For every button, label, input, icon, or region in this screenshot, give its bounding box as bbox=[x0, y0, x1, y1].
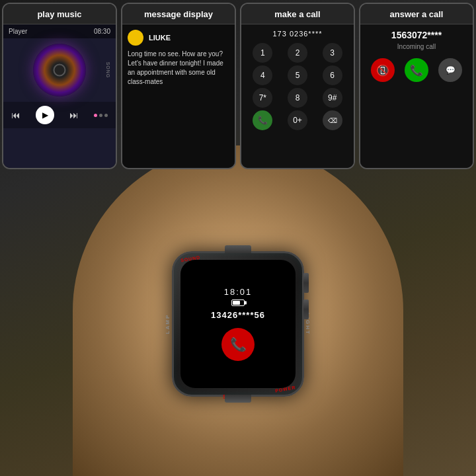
watch-deco-bottom bbox=[225, 395, 251, 403]
music-controls: ⏮ ▶ ⏭ bbox=[3, 102, 116, 128]
answer-call-title: answer a call bbox=[390, 9, 444, 19]
music-disc-area: SONG bbox=[3, 38, 116, 102]
message-panel: message display LIUKE Long time no see. … bbox=[121, 3, 236, 169]
answer-call-panel: answer a call 1563072**** Incoming call … bbox=[359, 3, 474, 169]
dial-3[interactable]: 3 bbox=[323, 43, 342, 63]
dial-8[interactable]: 8 bbox=[288, 88, 307, 108]
make-call-header: make a call bbox=[241, 4, 354, 24]
dial-7[interactable]: 7* bbox=[253, 88, 272, 108]
incoming-label: Incoming call bbox=[366, 43, 467, 50]
dial-5[interactable]: 5 bbox=[288, 65, 307, 85]
watch-deco-top bbox=[225, 245, 251, 253]
dial-call[interactable]: 📞 bbox=[253, 110, 272, 130]
accept-button[interactable]: 📞 bbox=[405, 58, 428, 82]
player-label: Player bbox=[9, 28, 27, 35]
dial-2[interactable]: 2 bbox=[288, 43, 307, 63]
music-dots bbox=[94, 114, 108, 117]
call-number-display: 173 0236**** bbox=[247, 30, 348, 38]
dial-0[interactable]: 0+ bbox=[288, 110, 307, 130]
dialpad: 1 2 3 4 5 6 7* 8 9# 📞 0+ ⌫ bbox=[247, 43, 348, 130]
incoming-number: 1563072**** bbox=[366, 30, 467, 40]
sender-avatar bbox=[128, 30, 143, 46]
watch-time: 18:01 bbox=[224, 287, 253, 297]
message-title: message display bbox=[144, 9, 213, 19]
watch-battery-fill bbox=[233, 301, 240, 305]
song-label: SONG bbox=[106, 62, 110, 79]
play-music-title: play music bbox=[37, 9, 81, 19]
play-music-panel: play music Player 08:30 SONG ⏮ ▶ ⏭ bbox=[2, 3, 117, 169]
message-button[interactable]: 💬 bbox=[438, 58, 462, 82]
answer-call-content: 1563072**** Incoming call 📵 📞 💬 bbox=[360, 24, 473, 168]
next-button[interactable]: ⏭ bbox=[69, 110, 79, 120]
side-button-bottom[interactable] bbox=[303, 299, 309, 319]
call-action-buttons: 📵 📞 💬 bbox=[366, 58, 467, 82]
dot-3 bbox=[104, 114, 108, 117]
message-body: Long time no see. How are you? Let's hav… bbox=[128, 50, 229, 87]
watch-battery bbox=[231, 299, 245, 306]
message-sender: LIUKE bbox=[128, 30, 229, 46]
music-player-top: Player 08:30 bbox=[3, 24, 116, 38]
make-call-panel: make a call 173 0236**** 1 2 3 4 5 6 7* … bbox=[240, 3, 355, 169]
dial-4[interactable]: 4 bbox=[253, 65, 272, 85]
message-header: message display bbox=[122, 4, 235, 24]
prev-button[interactable]: ⏮ bbox=[11, 110, 20, 120]
watch-call-button[interactable]: 📞 bbox=[221, 328, 255, 361]
watch-call-icon: 📞 bbox=[230, 337, 247, 352]
play-music-content: Player 08:30 SONG ⏮ ▶ ⏭ bbox=[3, 24, 116, 168]
watch-phone-number: 13426****56 bbox=[211, 310, 265, 320]
decline-button[interactable]: 📵 bbox=[371, 58, 395, 82]
player-time: 08:30 bbox=[94, 28, 110, 35]
dial-9[interactable]: 9# bbox=[323, 88, 342, 108]
watch-screen: 18:01 13426****56 📞 bbox=[180, 260, 296, 388]
answer-call-header: answer a call bbox=[360, 4, 473, 24]
side-button-top[interactable] bbox=[303, 273, 309, 293]
watch-container: LAMP LIGHT SOUND POWER 18:01 13426****56… bbox=[172, 251, 304, 397]
make-call-content: 173 0236**** 1 2 3 4 5 6 7* 8 9# 📞 0+ ⌫ bbox=[241, 24, 354, 168]
music-side-info: SONG bbox=[106, 62, 110, 79]
watch-body: LAMP LIGHT SOUND POWER 18:01 13426****56… bbox=[172, 251, 304, 397]
dot-2 bbox=[99, 114, 102, 117]
music-disc bbox=[33, 44, 86, 97]
message-content: LIUKE Long time no see. How are you? Let… bbox=[122, 24, 235, 168]
top-panels: play music Player 08:30 SONG ⏮ ▶ ⏭ bbox=[0, 0, 476, 172]
dial-delete[interactable]: ⌫ bbox=[323, 110, 342, 130]
dial-1[interactable]: 1 bbox=[253, 43, 272, 63]
sender-name: LIUKE bbox=[149, 34, 171, 42]
make-call-title: make a call bbox=[274, 9, 320, 19]
band-label-left: LAMP bbox=[165, 314, 171, 335]
dot-1 bbox=[94, 114, 97, 117]
play-button[interactable]: ▶ bbox=[36, 106, 54, 124]
play-music-header: play music bbox=[3, 4, 116, 24]
dial-6[interactable]: 6 bbox=[323, 65, 342, 85]
